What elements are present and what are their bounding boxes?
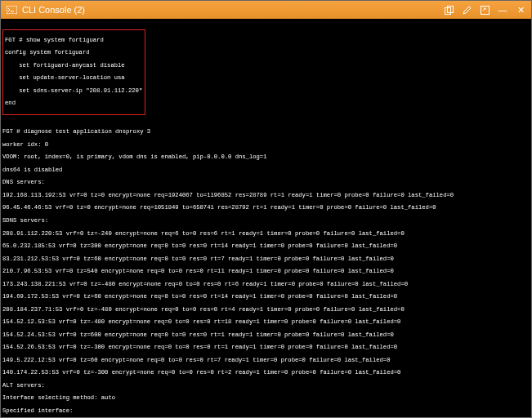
terminal-line: VDOM: root, index=0, is primary, vdom dn…: [2, 154, 528, 161]
terminal-line: 149.5.222.12:53 vrf=0 tz=60 encrypt=none…: [2, 358, 528, 364]
terminal-line: set fortiguard-anycast disable: [5, 63, 142, 69]
terminal-line: FGT # show system fortiguard: [5, 38, 142, 44]
copy-icon[interactable]: [443, 4, 454, 16]
terminal-line: 154.52.12.53:53 vrf=0 tz=-480 encrypt=no…: [2, 319, 528, 326]
terminal-line: dns64 is disabled: [2, 167, 528, 174]
close-icon[interactable]: ✕: [515, 4, 526, 16]
terminal-line: 210.7.96.53:53 vrf=0 tz=540 encrypt=none…: [2, 269, 528, 275]
svg-rect-4: [481, 6, 489, 14]
titlebar: CLI Console (2) — ✕: [1, 1, 531, 19]
minimize-icon[interactable]: —: [497, 4, 508, 16]
terminal-line: 65.0.232.185:53 vrf=0 tz=300 encrypt=non…: [2, 243, 528, 250]
svg-rect-0: [7, 6, 17, 14]
terminal-line: 83.231.212.53:53 vrf=0 tz=60 encrypt=non…: [2, 256, 528, 263]
terminal-icon: [6, 4, 17, 16]
edit-icon[interactable]: [461, 4, 472, 16]
terminal-line: end: [5, 100, 142, 107]
terminal-line: 192.168.113.192:53 vrf=0 tz=0 encrypt=no…: [2, 193, 528, 199]
terminal-line: 140.174.22.53:53 vrf=0 tz=-300 encrypt=n…: [2, 370, 528, 376]
terminal-line: [2, 117, 528, 123]
terminal-line: 208.184.237.71:53 vrf=0 tz=-480 encrypt=…: [2, 307, 528, 314]
terminal-line: 154.52.24.53:53 vrf=0 tz=600 encrypt=non…: [2, 332, 528, 339]
config-highlight-box: FGT # show system fortiguard config syst…: [2, 29, 145, 115]
window-title: CLI Console (2): [22, 5, 85, 15]
terminal-line: ALT servers:: [2, 383, 528, 389]
terminal-line: worker idx: 0: [2, 142, 528, 149]
terminal-line: config system fortiguard: [5, 50, 142, 56]
terminal-line: Interface selecting method: auto: [2, 395, 528, 402]
terminal-line: DNS servers:: [2, 180, 528, 186]
terminal-line: 96.45.46.46:53 vrf=0 tz=0 encrypt=none r…: [2, 205, 528, 211]
terminal-line: 154.52.26.53:53 vrf=0 tz=-300 encrypt=no…: [2, 345, 528, 351]
terminal-line: Specified interface:: [2, 408, 528, 415]
terminal-line: SDNS servers:: [2, 218, 528, 225]
terminal-content[interactable]: FGT # show system fortiguard config syst…: [1, 19, 531, 417]
terminal-line: set sdns-server-ip "208.91.112.220": [5, 88, 142, 95]
detach-icon[interactable]: [479, 4, 490, 16]
terminal-line: set update-server-location usa: [5, 75, 142, 82]
terminal-line: 173.243.138.221:53 vrf=0 tz=-480 encrypt…: [2, 282, 528, 288]
terminal-line: 208.91.112.220:53 vrf=0 tz=-240 encrypt=…: [2, 231, 528, 238]
terminal-line: 194.69.172.53:53 vrf=0 tz=60 encrypt=non…: [2, 294, 528, 300]
terminal-line: FGT # diagnose test application dnsproxy…: [2, 129, 528, 136]
